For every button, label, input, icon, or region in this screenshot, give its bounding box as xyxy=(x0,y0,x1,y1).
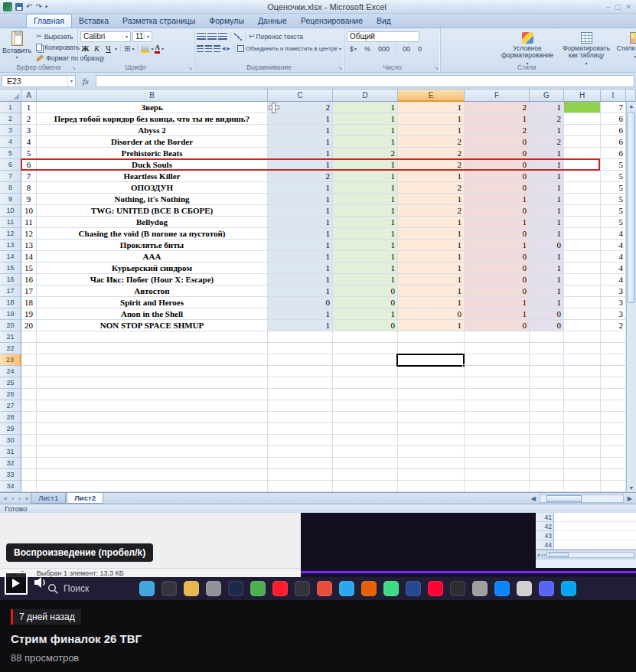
cell-I28[interactable] xyxy=(601,412,626,423)
cell-F32[interactable] xyxy=(465,458,530,469)
currency-button[interactable]: $▾ xyxy=(347,44,360,54)
cell-H5[interactable] xyxy=(564,148,601,159)
cell-F16[interactable]: 0 xyxy=(465,274,530,285)
cell-H23[interactable] xyxy=(564,354,601,366)
number-format-combo[interactable]: Общий xyxy=(347,31,419,42)
column-header-e[interactable]: E xyxy=(398,90,465,102)
underline-button[interactable]: Ч xyxy=(103,44,113,54)
column-header-a[interactable]: A xyxy=(21,90,37,102)
row-header-11[interactable]: 11 xyxy=(0,217,21,228)
cell-C16[interactable]: 1 xyxy=(268,274,333,285)
app-blue-2-icon[interactable] xyxy=(494,581,510,596)
cell-I21[interactable] xyxy=(601,331,626,343)
cell-G13[interactable]: 0 xyxy=(530,240,564,251)
cell-E22[interactable] xyxy=(398,343,465,354)
row-header-7[interactable]: 7 xyxy=(0,171,21,182)
cell-I5[interactable]: 6 xyxy=(601,148,626,159)
cell-E5[interactable]: 2 xyxy=(398,148,465,159)
cell-I1[interactable]: 7 xyxy=(601,102,626,113)
cell-H29[interactable] xyxy=(564,423,601,435)
cell-D8[interactable]: 1 xyxy=(333,182,398,194)
cell-D10[interactable]: 1 xyxy=(333,205,398,217)
cell-D5[interactable]: 2 xyxy=(333,148,398,159)
font-color-dropdown-icon[interactable]: ▾ xyxy=(161,46,164,51)
cell-A28[interactable] xyxy=(21,412,37,423)
column-header-d[interactable]: D xyxy=(333,90,398,102)
cell-I12[interactable]: 4 xyxy=(601,228,626,240)
cell-A21[interactable] xyxy=(21,331,37,343)
row-header-19[interactable]: 19 xyxy=(0,308,21,320)
cell-B30[interactable] xyxy=(37,435,268,446)
fragment-first-sheet-icon[interactable]: « xyxy=(537,552,540,559)
cell-E28[interactable] xyxy=(398,412,465,423)
cell-E26[interactable] xyxy=(398,389,465,400)
cell-F26[interactable] xyxy=(465,389,530,400)
cell-F1[interactable]: 2 xyxy=(465,102,530,113)
cell-A19[interactable]: 19 xyxy=(21,308,37,320)
row-header-2[interactable]: 2 xyxy=(0,113,21,125)
cell-E18[interactable]: 1 xyxy=(398,297,465,308)
cell-C14[interactable]: 1 xyxy=(268,251,333,263)
row-header-26[interactable]: 26 xyxy=(0,389,21,400)
cell-C32[interactable] xyxy=(268,458,333,469)
cell-I33[interactable] xyxy=(601,469,626,481)
app-dark-3-icon[interactable] xyxy=(450,581,465,596)
cell-G12[interactable]: 1 xyxy=(530,228,564,240)
cell-A32[interactable] xyxy=(21,458,37,469)
seek-bar[interactable] xyxy=(301,571,636,573)
cell-E2[interactable]: 1 xyxy=(398,113,465,125)
cell-B29[interactable] xyxy=(37,423,268,435)
cell-B34[interactable] xyxy=(37,481,268,492)
cell-H32[interactable] xyxy=(564,458,601,469)
cell-E14[interactable]: 1 xyxy=(398,251,465,263)
cell-D3[interactable]: 1 xyxy=(333,125,398,136)
app-green-1-icon[interactable] xyxy=(250,581,266,596)
cell-H16[interactable] xyxy=(564,274,601,285)
cell-E16[interactable]: 1 xyxy=(398,274,465,285)
merge-center-button[interactable]: Объединить и поместить в центре xyxy=(246,45,338,52)
select-all-corner[interactable] xyxy=(0,90,21,102)
cell-H17[interactable] xyxy=(564,285,601,297)
cell-I20[interactable]: 2 xyxy=(601,320,626,331)
cell-I3[interactable]: 6 xyxy=(601,125,626,136)
player-seek-area[interactable] xyxy=(301,568,636,577)
cell-G18[interactable]: 1 xyxy=(530,297,564,308)
column-header-f[interactable]: F xyxy=(465,90,530,102)
app-navy-icon[interactable] xyxy=(228,581,243,596)
cell-I32[interactable] xyxy=(601,458,626,469)
cell-I7[interactable]: 5 xyxy=(601,171,626,182)
cell-F27[interactable] xyxy=(465,400,530,412)
app-dark-1-icon[interactable] xyxy=(161,581,177,596)
cell-B32[interactable] xyxy=(37,458,268,469)
cell-D12[interactable]: 1 xyxy=(333,228,398,240)
cell-E3[interactable]: 1 xyxy=(398,125,465,136)
horizontal-scrollbar-thumb[interactable] xyxy=(546,495,582,502)
cell-C23[interactable] xyxy=(268,354,333,366)
name-box-dropdown-icon[interactable]: ▾ xyxy=(67,76,75,86)
app-edge-icon[interactable] xyxy=(561,581,576,596)
cell-B20[interactable]: NON STOP SPACE SHMUP xyxy=(37,320,268,331)
cell-F8[interactable]: 0 xyxy=(465,182,530,194)
cell-G22[interactable] xyxy=(530,343,564,354)
cell-B19[interactable]: Anon in the Shell xyxy=(37,308,268,320)
row-header-9[interactable]: 9 xyxy=(0,194,21,205)
ribbon-tab-2[interactable]: Разметка страницы xyxy=(116,15,202,28)
row-header-16[interactable]: 16 xyxy=(0,274,21,285)
cell-C8[interactable]: 1 xyxy=(268,182,333,194)
cell-G29[interactable] xyxy=(530,423,564,435)
cell-D28[interactable] xyxy=(333,412,398,423)
cell-H30[interactable] xyxy=(564,435,601,446)
cell-B14[interactable]: AAA xyxy=(37,251,268,263)
app-orange-icon[interactable] xyxy=(361,581,377,596)
app-discord-icon[interactable] xyxy=(539,581,554,596)
cell-D29[interactable] xyxy=(333,423,398,435)
increase-decimal-button[interactable]: 00 xyxy=(400,44,413,54)
cell-H19[interactable] xyxy=(564,308,601,320)
cell-F23[interactable] xyxy=(465,354,530,366)
cell-E33[interactable] xyxy=(398,469,465,481)
cell-G10[interactable]: 1 xyxy=(530,205,564,217)
cell-D6[interactable]: 1 xyxy=(333,159,398,171)
vertical-scrollbar-thumb[interactable] xyxy=(628,112,635,303)
cell-F18[interactable]: 1 xyxy=(465,297,530,308)
cell-D1[interactable]: 1 xyxy=(333,102,398,113)
